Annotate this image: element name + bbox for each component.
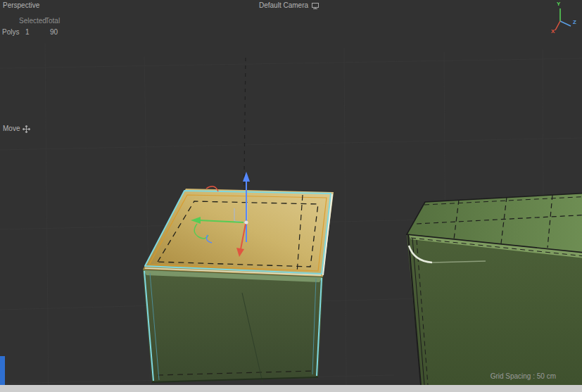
- scene-canvas[interactable]: [0, 0, 582, 392]
- gizmo-center-handle[interactable]: [245, 221, 248, 225]
- orientation-gizmo[interactable]: [555, 8, 571, 30]
- stats-polys-selected-count: 1: [25, 28, 30, 37]
- selected-box-front-face[interactable]: [143, 270, 323, 382]
- unselected-box[interactable]: [407, 193, 582, 385]
- camera-icon[interactable]: [312, 3, 320, 9]
- grid-spacing-label: Grid Spacing : 50 cm: [491, 372, 556, 381]
- blue-edge-marker: [0, 356, 5, 385]
- axis-z-label[interactable]: Z: [573, 19, 576, 25]
- selected-box-top-face[interactable]: [143, 189, 334, 277]
- stats-row-label: Polys: [2, 28, 19, 37]
- camera-name[interactable]: Default Camera: [259, 1, 308, 10]
- move-tool-icon: [23, 125, 30, 133]
- viewport-3d[interactable]: Perspective Default Camera Selected Tota…: [0, 0, 582, 392]
- active-tool-indicator: Move: [3, 125, 30, 133]
- stats-header-selected: Selected: [19, 17, 46, 25]
- stats-polys-total-count: 90: [50, 28, 58, 37]
- axis-x-label[interactable]: X: [551, 28, 555, 34]
- active-tool-name: Move: [3, 125, 20, 133]
- selected-box[interactable]: [143, 189, 334, 382]
- stats-header-total: Total: [45, 17, 60, 25]
- view-mode-label[interactable]: Perspective: [3, 1, 39, 10]
- camera-selector[interactable]: Default Camera: [259, 1, 320, 10]
- axis-y-label[interactable]: Y: [557, 1, 560, 7]
- unselected-box-front-face[interactable]: [407, 235, 582, 385]
- bottom-panel-strip: [0, 385, 582, 392]
